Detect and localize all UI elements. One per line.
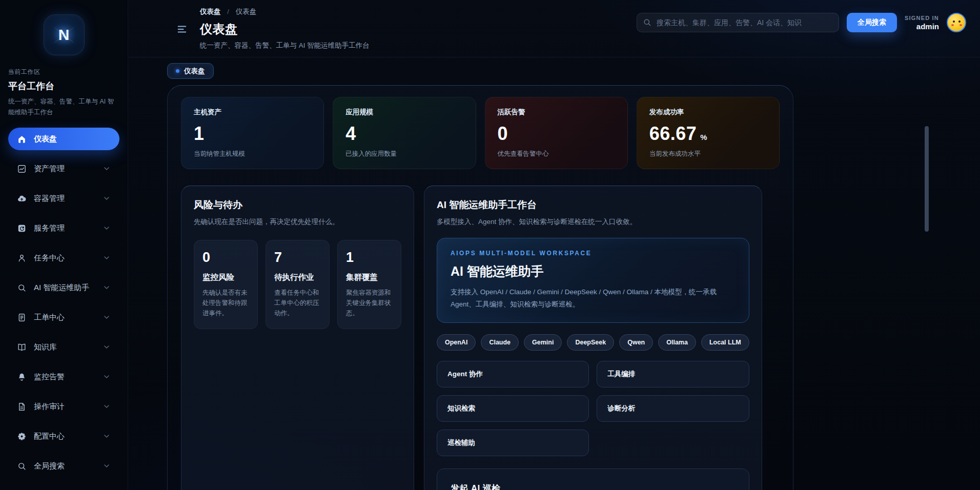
model-chip-openai[interactable]: OpenAI [437, 334, 476, 351]
feature-diagnosis[interactable]: 诊断分析 [597, 395, 749, 422]
sidebar-item-audit[interactable]: 操作审计 [8, 395, 119, 418]
sidebar-item-system[interactable]: 系统管理 [8, 484, 119, 490]
risk-value: 0 [202, 250, 249, 266]
avatar-detail [953, 21, 955, 23]
stat-card-apps[interactable]: 应用规模 4 已接入的应用数量 [333, 97, 476, 169]
sidebar-item-config[interactable]: 配置中心 [8, 425, 119, 447]
chevron-down-icon [103, 313, 111, 321]
risk-label: 待执行作业 [274, 272, 321, 283]
tab-dashboard[interactable]: 仪表盘 [167, 63, 214, 79]
chevron-down-icon [103, 224, 111, 232]
sidebar-item-label: AI 智能运维助手 [34, 283, 89, 293]
sidebar-item-knowledge[interactable]: 知识库 [8, 336, 119, 358]
panels-row: 风险与待办 先确认现在是否出问题，再决定优先处理什么。 0 监控风险 先确认是否… [181, 186, 780, 490]
scrollbar-thumb[interactable] [925, 126, 929, 232]
model-chip-claude[interactable]: Claude [481, 334, 519, 351]
search-icon [643, 18, 651, 29]
stat-card-hosts[interactable]: 主机资产 1 当前纳管主机规模 [181, 97, 324, 169]
model-chip-gemini[interactable]: Gemini [524, 334, 562, 351]
app-root: N 当前工作区 平台工作台 统一资产、容器、告警、工单与 AI 智能维助手工作台… [0, 0, 980, 490]
stat-value: 66.67 [649, 123, 697, 145]
sidebar-item-assets[interactable]: 资产管理 [8, 157, 119, 180]
risk-panel: 风险与待办 先确认现在是否出问题，再决定优先处理什么。 0 监控风险 先确认是否… [181, 186, 414, 490]
sidebar-item-label: 知识库 [34, 342, 57, 352]
audit-doc-icon [17, 402, 27, 412]
chevron-down-icon [103, 165, 111, 173]
sidebar-item-containers[interactable]: 容器管理 [8, 187, 119, 210]
sidebar-item-label: 任务中心 [34, 253, 65, 263]
active-dot-icon [176, 69, 179, 73]
tab-bar: 仪表盘 [167, 63, 980, 79]
chevron-down-icon [103, 462, 111, 470]
stats-row: 主机资产 1 当前纳管主机规模 应用规模 4 已接入的应用数量 活跃告警 0 优… [181, 97, 780, 169]
content-shell: 主机资产 1 当前纳管主机规模 应用规模 4 已接入的应用数量 活跃告警 0 优… [167, 85, 793, 490]
username: admin [905, 22, 939, 31]
avatar-detail [951, 24, 954, 26]
sidebar-item-label: 容器管理 [34, 194, 65, 203]
signed-in-label: SIGNED IN [905, 15, 939, 21]
risk-description: 聚焦容器资源和关键业务集群状态。 [346, 288, 393, 318]
ai-hero-description: 支持接入 OpenAI / Claude / Gemini / DeepSeek… [451, 286, 736, 310]
breadcrumb-separator: / [227, 8, 229, 15]
feature-inspection-assist[interactable]: 巡检辅助 [437, 430, 589, 456]
magnifier-icon [17, 461, 27, 471]
avatar[interactable] [947, 13, 966, 32]
header-actions: 全局搜索 SIGNED IN admin [637, 13, 966, 32]
sidebar-collapse-icon[interactable] [176, 24, 188, 35]
risk-panel-title: 风险与待办 [194, 198, 401, 212]
ai-hero-title: AI 智能运维助手 [451, 263, 736, 280]
stat-description: 当前发布成功水平 [649, 150, 767, 158]
sidebar-item-alerts[interactable]: 监控告警 [8, 365, 119, 388]
search-input[interactable] [637, 13, 839, 32]
stat-suffix: % [700, 133, 707, 141]
global-search-button[interactable]: 全局搜索 [847, 13, 897, 32]
risk-card-cluster-coverage[interactable]: 1 集群覆盖 聚焦容器资源和关键业务集群状态。 [337, 240, 401, 329]
breadcrumb-item[interactable]: 仪表盘 [236, 8, 257, 15]
model-chip-ollama[interactable]: Ollama [658, 334, 696, 351]
sidebar-item-tickets[interactable]: 工单中心 [8, 306, 119, 329]
feature-agent-collab[interactable]: Agent 协作 [437, 361, 589, 387]
workspace-description: 统一资产、容器、告警、工单与 AI 智能维助手工作台 [8, 96, 119, 117]
ai-panel: AI 智能运维助手工作台 多模型接入、Agent 协作、知识检索与诊断巡检在统一… [424, 186, 762, 490]
workspace-title: 平台工作台 [8, 80, 119, 92]
ai-panel-title: AI 智能运维助手工作台 [437, 198, 749, 212]
sidebar-item-dashboard[interactable]: 仪表盘 [8, 128, 119, 150]
sidebar-item-tasks[interactable]: 任务中心 [8, 247, 119, 269]
ai-hero-card[interactable]: AIOPS MULTI-MODEL WORKSPACE AI 智能运维助手 支持… [437, 238, 749, 323]
sidebar-item-label: 资产管理 [34, 164, 65, 174]
feature-grid: Agent 协作 工具编排 知识检索 诊断分析 巡检辅助 [437, 361, 749, 456]
main-area: 仪表盘 / 仪表盘 仪表盘 统一资产、容器、告警、工单与 AI 智能运维助手工作… [128, 0, 980, 490]
sidebar-item-global-search[interactable]: 全局搜索 [8, 455, 119, 477]
stat-card-release-rate[interactable]: 发布成功率 66.67 % 当前发布成功水平 [637, 97, 780, 169]
chart-trend-icon [17, 164, 27, 174]
avatar-detail [958, 21, 961, 23]
feature-tool-orchestration[interactable]: 工具编排 [597, 361, 749, 387]
risk-panel-subtitle: 先确认现在是否出问题，再决定优先处理什么。 [194, 217, 401, 227]
sidebar-item-label: 监控告警 [34, 372, 65, 382]
breadcrumb-item[interactable]: 仪表盘 [200, 8, 221, 15]
sidebar-item-ai-assistant[interactable]: AI 智能运维助手 [8, 276, 119, 299]
risk-card-pending-jobs[interactable]: 7 待执行作业 查看任务中心和工单中心的积压动作。 [266, 240, 330, 329]
risk-card-monitoring[interactable]: 0 监控风险 先确认是否有未处理告警和待跟进事件。 [194, 240, 258, 329]
ai-inspection-cta[interactable]: 发起 AI 巡检 通过对话式助手快速发起主机巡检和上下文分析。 [437, 468, 749, 490]
sidebar-item-services[interactable]: 服务管理 [8, 217, 119, 239]
model-chips: OpenAI Claude Gemini DeepSeek Qwen Ollam… [437, 334, 749, 351]
user-meta: SIGNED IN admin [905, 15, 939, 31]
model-chip-qwen[interactable]: Qwen [619, 334, 653, 351]
sidebar-item-label: 配置中心 [34, 432, 65, 441]
magnifier-icon [17, 283, 27, 293]
page-subtitle: 统一资产、容器、告警、工单与 AI 智能运维助手工作台 [200, 41, 370, 50]
sidebar-item-label: 仪表盘 [34, 134, 57, 144]
ai-hero-eyebrow: AIOPS MULTI-MODEL WORKSPACE [451, 250, 736, 257]
service-refresh-icon [17, 223, 27, 233]
model-chip-deepseek[interactable]: DeepSeek [567, 334, 614, 351]
model-chip-local-llm[interactable]: Local LLM [701, 334, 749, 351]
title-block: 仪表盘 统一资产、容器、告警、工单与 AI 智能运维助手工作台 [200, 21, 370, 50]
sidebar-item-label: 全局搜索 [34, 461, 65, 471]
stat-value: 0 [498, 123, 508, 145]
stat-label: 主机资产 [194, 108, 311, 117]
stat-label: 应用规模 [345, 108, 463, 117]
stat-card-alerts[interactable]: 活跃告警 0 优先查看告警中心 [485, 97, 628, 169]
home-icon [17, 134, 27, 144]
feature-knowledge-search[interactable]: 知识检索 [437, 395, 589, 422]
